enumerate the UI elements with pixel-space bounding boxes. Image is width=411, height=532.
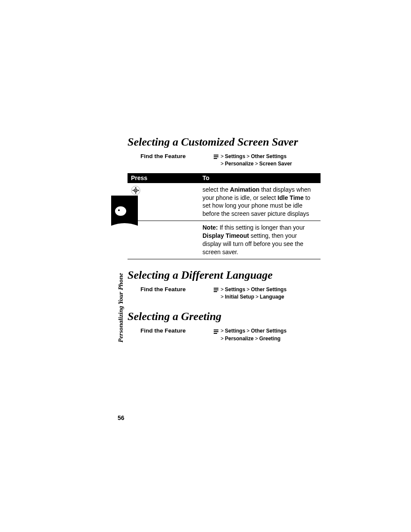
svg-rect-2	[214, 155, 218, 156]
col-header-to: To	[199, 173, 321, 183]
heading-language: Selecting a Different Language	[128, 269, 321, 282]
menu-icon	[214, 154, 218, 159]
menu-icon	[214, 329, 218, 334]
page-number: 56	[118, 414, 125, 421]
svg-rect-11	[214, 330, 218, 330]
menu-icon	[214, 287, 218, 292]
table-row: select the Animation that displays when …	[128, 183, 321, 221]
svg-rect-13	[214, 333, 217, 334]
svg-rect-12	[214, 331, 218, 332]
menu-path-screen-saver: >Settings>Other Settings >Personalize>Sc…	[214, 153, 292, 168]
table-header-row: Press To	[128, 173, 321, 183]
svg-point-0	[115, 206, 127, 216]
svg-rect-10	[214, 291, 217, 292]
main-content: Selecting a Customized Screen Saver Find…	[128, 136, 321, 344]
find-feature-label: Find the Feature	[128, 327, 214, 334]
svg-rect-9	[214, 289, 218, 290]
menu-path-greeting: >Settings>Other Settings >Personalize>Gr…	[214, 327, 286, 342]
svg-rect-4	[214, 158, 217, 159]
to-cell-1: select the Animation that displays when …	[199, 183, 321, 221]
find-feature-label: Find the Feature	[128, 153, 214, 159]
col-header-press: Press	[128, 173, 199, 183]
svg-point-7	[135, 190, 136, 190]
to-cell-2: Note: If this setting is longer than you…	[199, 221, 321, 259]
find-feature-row-screen-saver: Find the Feature >Settings>Other Setting…	[128, 153, 321, 168]
find-feature-row-language: Find the Feature >Settings>Other Setting…	[128, 286, 321, 301]
press-cell	[128, 183, 199, 221]
chapter-side-label: Personalizing Your Phone	[117, 273, 125, 342]
nav-key-icon	[131, 186, 140, 195]
instruction-table: Press To	[128, 173, 321, 259]
svg-rect-3	[214, 156, 218, 157]
heading-greeting: Selecting a Greeting	[128, 310, 321, 323]
svg-point-1	[118, 209, 120, 211]
menu-path-language: >Settings>Other Settings >Initial Setup>…	[214, 286, 286, 301]
find-feature-label: Find the Feature	[128, 286, 214, 292]
table-row: Note: If this setting is longer than you…	[128, 221, 321, 259]
press-cell-empty	[128, 221, 199, 259]
heading-screen-saver: Selecting a Customized Screen Saver	[128, 136, 321, 149]
find-feature-row-greeting: Find the Feature >Settings>Other Setting…	[128, 327, 321, 342]
svg-rect-8	[214, 288, 218, 289]
